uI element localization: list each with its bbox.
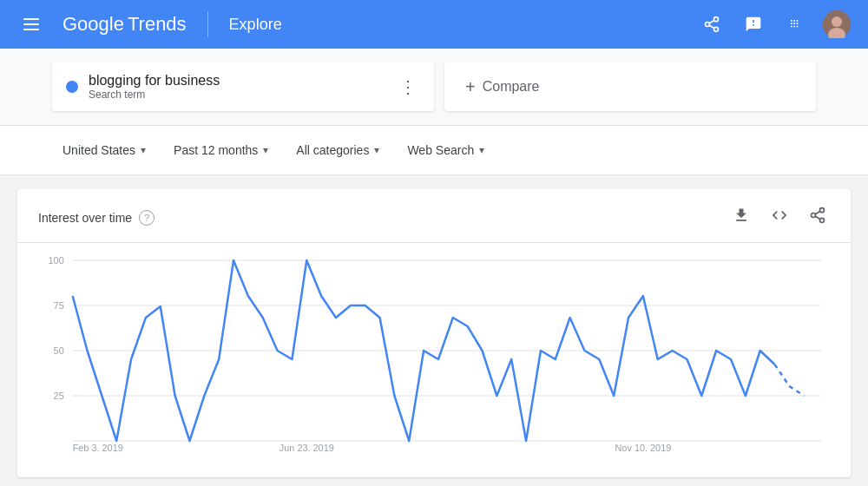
compare-label: Compare — [483, 79, 540, 95]
svg-text:Jun 23, 2019: Jun 23, 2019 — [279, 443, 334, 451]
svg-point-9 — [832, 16, 842, 27]
svg-rect-0 — [23, 18, 39, 20]
search-term-sub: Search term — [89, 89, 385, 101]
category-chevron-icon: ▾ — [374, 144, 379, 156]
svg-rect-1 — [23, 23, 39, 25]
search-term-text: blogging for business Search term — [89, 73, 385, 101]
embed-chart-button[interactable] — [767, 203, 792, 232]
feedback-button[interactable] — [736, 7, 771, 42]
svg-text:25: 25 — [54, 391, 64, 401]
svg-line-14 — [815, 216, 820, 219]
geo-filter-label: United States — [62, 143, 135, 157]
interest-over-time-chart: 100 75 50 25 Feb 3, 2019 Jun 23, 2019 No… — [38, 252, 830, 451]
explore-label: Explore — [229, 16, 282, 34]
svg-text:Nov 10, 2019: Nov 10, 2019 — [615, 443, 671, 451]
avatar-button[interactable] — [819, 7, 854, 42]
chart-title-row: Interest over time ? — [38, 210, 155, 226]
category-filter-label: All categories — [296, 143, 369, 157]
svg-text:100: 100 — [49, 255, 64, 266]
search-type-filter[interactable]: Web Search ▾ — [397, 136, 495, 164]
share-chart-button[interactable] — [806, 203, 830, 232]
geo-filter[interactable]: United States ▾ — [52, 136, 156, 164]
search-section: blogging for business Search term ⋮ + Co… — [0, 49, 868, 126]
logo-trends-text: Trends — [128, 13, 187, 36]
app-header: Google Trends Explore — [0, 0, 868, 49]
svg-point-12 — [812, 213, 816, 218]
svg-point-4 — [706, 23, 710, 27]
time-chevron-icon: ▾ — [263, 144, 268, 156]
chart-section: Interest over time ? — [17, 189, 851, 477]
chart-header: Interest over time ? — [17, 189, 851, 243]
share-header-button[interactable] — [694, 7, 729, 42]
download-chart-button[interactable] — [729, 203, 753, 232]
menu-button[interactable] — [14, 7, 49, 42]
svg-text:75: 75 — [54, 300, 64, 311]
svg-line-6 — [709, 25, 714, 28]
search-term-box[interactable]: blogging for business Search term ⋮ — [52, 62, 434, 111]
search-type-label: Web Search — [407, 143, 474, 157]
time-filter-label: Past 12 months — [174, 143, 258, 157]
category-filter[interactable]: All categories ▾ — [286, 136, 390, 164]
svg-text:50: 50 — [54, 345, 64, 356]
compare-plus-icon: + — [465, 77, 476, 97]
search-term-title: blogging for business — [89, 73, 385, 89]
svg-point-11 — [820, 208, 825, 213]
compare-box[interactable]: + Compare — [444, 62, 816, 111]
time-filter[interactable]: Past 12 months ▾ — [163, 136, 279, 164]
apps-button[interactable] — [778, 7, 812, 42]
user-avatar — [823, 10, 851, 38]
svg-point-13 — [820, 218, 825, 222]
svg-line-15 — [815, 211, 820, 213]
help-icon[interactable]: ? — [139, 210, 155, 226]
svg-rect-2 — [23, 29, 39, 30]
geo-chevron-icon: ▾ — [141, 144, 146, 156]
header-divider — [207, 11, 208, 37]
search-dot — [66, 81, 78, 93]
svg-point-3 — [714, 17, 719, 22]
chart-actions — [729, 203, 830, 232]
header-icons — [694, 7, 854, 42]
search-more-icon[interactable]: ⋮ — [396, 73, 420, 101]
chart-container: 100 75 50 25 Feb 3, 2019 Jun 23, 2019 No… — [17, 243, 851, 477]
logo-google-text: Google — [62, 13, 124, 36]
svg-line-7 — [709, 20, 714, 23]
logo: Google Trends — [62, 13, 187, 36]
filters-row: United States ▾ Past 12 months ▾ All cat… — [0, 126, 868, 175]
svg-text:Feb 3, 2019: Feb 3, 2019 — [73, 443, 123, 451]
chart-title: Interest over time — [38, 211, 132, 225]
search-type-chevron-icon: ▾ — [479, 144, 484, 156]
svg-point-5 — [714, 27, 719, 31]
